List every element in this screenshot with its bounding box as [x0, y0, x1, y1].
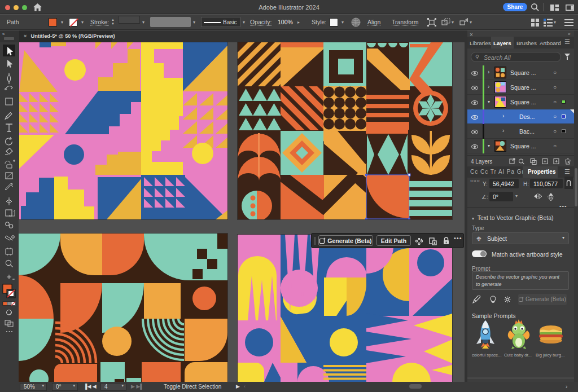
svg-text:»: »: [2, 32, 5, 37]
